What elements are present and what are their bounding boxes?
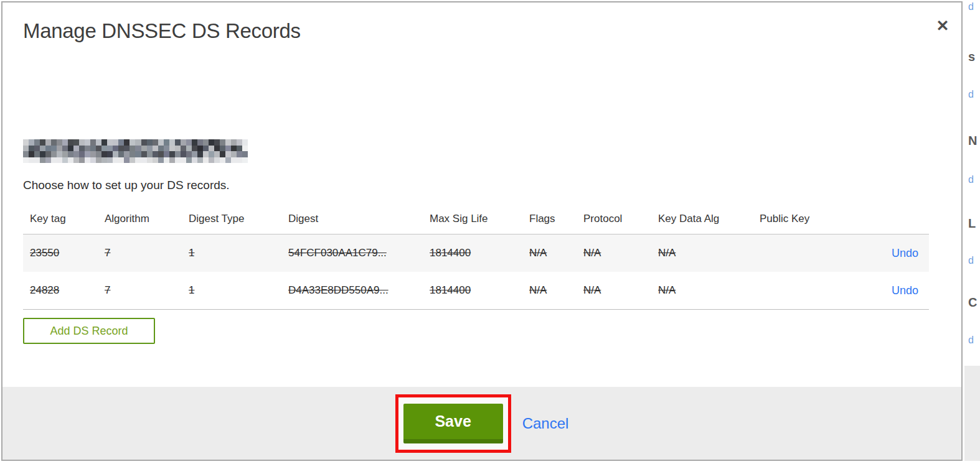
save-button[interactable]: Save [403,404,503,443]
cell-flags: N/A [522,247,577,259]
col-header-max-sig-life: Max Sig Life [423,213,522,225]
cell-digest: 54FCF030AA1C79... [281,247,423,259]
col-header-key-data-alg: Key Data Alg [651,213,753,225]
cell-protocol: N/A [577,284,651,297]
bg-link-fragment: d [968,89,974,100]
cell-key-data-alg: N/A [651,284,753,297]
cell-digest-type: 1 [182,247,281,259]
cell-algorithm: 7 [98,284,182,297]
table-row: 24828 7 1 D4A33E8DD550A9... 1814400 N/A … [23,272,929,310]
undo-link[interactable]: Undo [892,284,918,297]
cell-key-data-alg: N/A [651,247,753,259]
background-page-sliver: d s d N d L d C d [962,0,980,464]
cell-max-sig-life: 1814400 [423,247,522,259]
bg-link-fragment: d [968,174,974,185]
col-header-public-key: Public Key [753,213,869,225]
bg-label-fragment: C [968,295,977,310]
col-header-flags: Flags [522,213,577,225]
col-header-digest-type: Digest Type [182,213,281,225]
col-header-protocol: Protocol [577,213,651,225]
cell-algorithm: 7 [98,247,182,259]
bg-gray-section [964,366,980,461]
col-header-algorithm: Algorithm [98,213,182,225]
ds-records-table: Key tag Algorithm Digest Type Digest Max… [23,204,929,310]
cell-digest-type: 1 [182,284,281,297]
bg-label-fragment: L [968,216,976,231]
close-icon[interactable]: ✕ [932,15,953,36]
table-header-row: Key tag Algorithm Digest Type Digest Max… [23,204,929,234]
manage-dnssec-modal: Manage DNSSEC DS Records ✕ Choose how to… [1,1,963,461]
intro-text: Choose how to set up your DS records. [23,179,230,192]
cell-digest: D4A33E8DD550A9... [281,284,423,297]
cell-max-sig-life: 1814400 [423,284,522,297]
table-row: 23550 7 1 54FCF030AA1C79... 1814400 N/A … [23,234,929,272]
cell-key-tag: 24828 [23,284,98,297]
bg-link-fragment: d [968,335,974,346]
modal-title: Manage DNSSEC DS Records [23,19,301,43]
undo-link[interactable]: Undo [892,247,918,259]
redacted-domain-name [23,139,248,163]
bg-link-fragment: d [968,255,974,266]
cell-flags: N/A [522,284,577,297]
red-highlight-annotation: Save [395,394,511,453]
cell-protocol: N/A [577,247,651,259]
col-header-key-tag: Key tag [23,213,98,225]
col-header-digest: Digest [281,213,423,225]
cell-key-tag: 23550 [23,247,98,259]
modal-footer: Save Cancel [2,387,961,460]
bg-label-fragment: N [968,134,977,148]
bg-link-fragment: d [968,1,974,12]
add-ds-record-button[interactable]: Add DS Record [23,318,155,344]
bg-label-fragment: s [968,50,975,64]
cancel-link[interactable]: Cancel [522,415,569,432]
